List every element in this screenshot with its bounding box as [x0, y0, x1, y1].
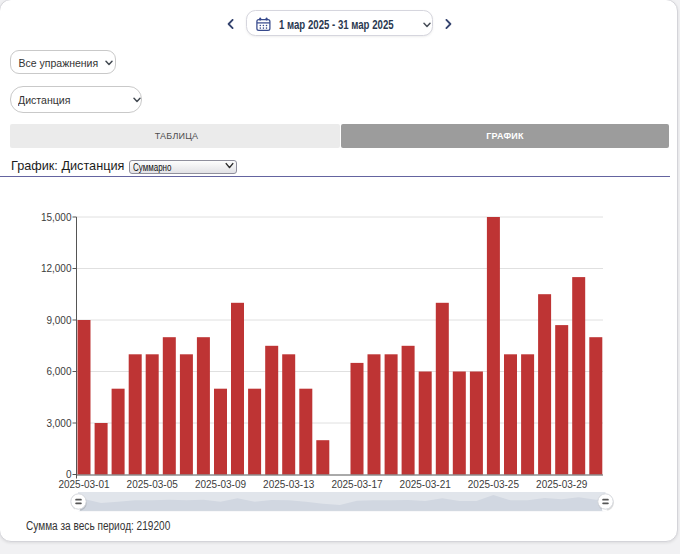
- svg-text:2025-03-13: 2025-03-13: [263, 479, 315, 490]
- svg-text:2025-03-29: 2025-03-29: [536, 479, 588, 490]
- svg-text:9,000: 9,000: [46, 315, 71, 326]
- svg-text:2025-03-25: 2025-03-25: [468, 479, 520, 490]
- svg-text:15,000: 15,000: [41, 212, 72, 223]
- svg-text:2025-03-01: 2025-03-01: [58, 479, 110, 490]
- svg-text:6,000: 6,000: [46, 366, 71, 377]
- svg-text:12,000: 12,000: [41, 263, 72, 274]
- svg-text:3,000: 3,000: [46, 418, 71, 429]
- svg-text:2025-03-09: 2025-03-09: [195, 479, 247, 490]
- svg-text:2025-03-05: 2025-03-05: [127, 479, 179, 490]
- svg-text:2025-03-21: 2025-03-21: [400, 479, 452, 490]
- svg-text:2025-03-17: 2025-03-17: [331, 479, 383, 490]
